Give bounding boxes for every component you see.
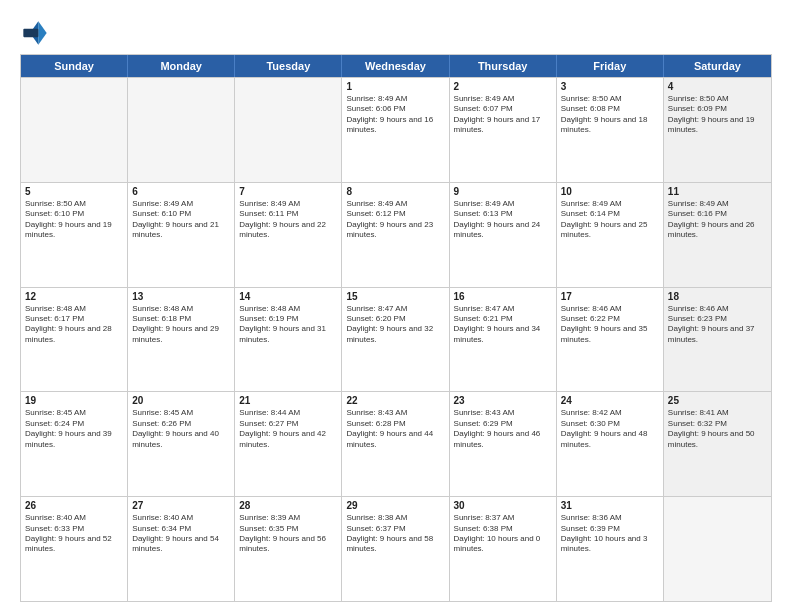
day-number: 22 (346, 395, 444, 406)
header (20, 18, 772, 48)
cell-info: Sunrise: 8:38 AM Sunset: 6:37 PM Dayligh… (346, 513, 444, 555)
cal-cell-day-16: 16Sunrise: 8:47 AM Sunset: 6:21 PM Dayli… (450, 288, 557, 392)
day-number: 14 (239, 291, 337, 302)
cell-info: Sunrise: 8:49 AM Sunset: 6:10 PM Dayligh… (132, 199, 230, 241)
cal-cell-day-1: 1Sunrise: 8:49 AM Sunset: 6:06 PM Daylig… (342, 78, 449, 182)
day-number: 27 (132, 500, 230, 511)
day-number: 29 (346, 500, 444, 511)
cell-info: Sunrise: 8:41 AM Sunset: 6:32 PM Dayligh… (668, 408, 767, 450)
day-number: 1 (346, 81, 444, 92)
day-number: 24 (561, 395, 659, 406)
cal-row-4: 26Sunrise: 8:40 AM Sunset: 6:33 PM Dayli… (21, 496, 771, 601)
logo (20, 18, 54, 48)
cal-cell-day-15: 15Sunrise: 8:47 AM Sunset: 6:20 PM Dayli… (342, 288, 449, 392)
day-number: 21 (239, 395, 337, 406)
cal-cell-day-10: 10Sunrise: 8:49 AM Sunset: 6:14 PM Dayli… (557, 183, 664, 287)
day-number: 3 (561, 81, 659, 92)
cal-cell-day-17: 17Sunrise: 8:46 AM Sunset: 6:22 PM Dayli… (557, 288, 664, 392)
day-number: 23 (454, 395, 552, 406)
header-cell-tuesday: Tuesday (235, 55, 342, 77)
cell-info: Sunrise: 8:39 AM Sunset: 6:35 PM Dayligh… (239, 513, 337, 555)
cell-info: Sunrise: 8:43 AM Sunset: 6:29 PM Dayligh… (454, 408, 552, 450)
cal-cell-day-25: 25Sunrise: 8:41 AM Sunset: 6:32 PM Dayli… (664, 392, 771, 496)
day-number: 11 (668, 186, 767, 197)
cal-cell-empty (664, 497, 771, 601)
day-number: 7 (239, 186, 337, 197)
day-number: 30 (454, 500, 552, 511)
cell-info: Sunrise: 8:40 AM Sunset: 6:33 PM Dayligh… (25, 513, 123, 555)
cell-info: Sunrise: 8:48 AM Sunset: 6:17 PM Dayligh… (25, 304, 123, 346)
cell-info: Sunrise: 8:46 AM Sunset: 6:22 PM Dayligh… (561, 304, 659, 346)
cell-info: Sunrise: 8:49 AM Sunset: 6:13 PM Dayligh… (454, 199, 552, 241)
cell-info: Sunrise: 8:50 AM Sunset: 6:10 PM Dayligh… (25, 199, 123, 241)
cal-cell-day-21: 21Sunrise: 8:44 AM Sunset: 6:27 PM Dayli… (235, 392, 342, 496)
day-number: 19 (25, 395, 123, 406)
day-number: 16 (454, 291, 552, 302)
svg-marker-0 (38, 21, 46, 44)
cal-cell-day-31: 31Sunrise: 8:36 AM Sunset: 6:39 PM Dayli… (557, 497, 664, 601)
cal-cell-day-3: 3Sunrise: 8:50 AM Sunset: 6:08 PM Daylig… (557, 78, 664, 182)
calendar-header: SundayMondayTuesdayWednesdayThursdayFrid… (21, 55, 771, 77)
svg-rect-2 (23, 29, 38, 37)
day-number: 25 (668, 395, 767, 406)
cal-cell-day-11: 11Sunrise: 8:49 AM Sunset: 6:16 PM Dayli… (664, 183, 771, 287)
day-number: 5 (25, 186, 123, 197)
cal-cell-day-30: 30Sunrise: 8:37 AM Sunset: 6:38 PM Dayli… (450, 497, 557, 601)
cell-info: Sunrise: 8:47 AM Sunset: 6:20 PM Dayligh… (346, 304, 444, 346)
day-number: 20 (132, 395, 230, 406)
cell-info: Sunrise: 8:49 AM Sunset: 6:12 PM Dayligh… (346, 199, 444, 241)
cell-info: Sunrise: 8:37 AM Sunset: 6:38 PM Dayligh… (454, 513, 552, 555)
cal-cell-day-14: 14Sunrise: 8:48 AM Sunset: 6:19 PM Dayli… (235, 288, 342, 392)
cell-info: Sunrise: 8:50 AM Sunset: 6:08 PM Dayligh… (561, 94, 659, 136)
cal-cell-day-18: 18Sunrise: 8:46 AM Sunset: 6:23 PM Dayli… (664, 288, 771, 392)
header-cell-wednesday: Wednesday (342, 55, 449, 77)
cell-info: Sunrise: 8:45 AM Sunset: 6:26 PM Dayligh… (132, 408, 230, 450)
header-cell-thursday: Thursday (450, 55, 557, 77)
cell-info: Sunrise: 8:49 AM Sunset: 6:06 PM Dayligh… (346, 94, 444, 136)
cal-cell-empty (235, 78, 342, 182)
cell-info: Sunrise: 8:49 AM Sunset: 6:07 PM Dayligh… (454, 94, 552, 136)
cal-cell-day-28: 28Sunrise: 8:39 AM Sunset: 6:35 PM Dayli… (235, 497, 342, 601)
header-cell-friday: Friday (557, 55, 664, 77)
calendar-body: 1Sunrise: 8:49 AM Sunset: 6:06 PM Daylig… (21, 77, 771, 601)
cal-cell-day-2: 2Sunrise: 8:49 AM Sunset: 6:07 PM Daylig… (450, 78, 557, 182)
cell-info: Sunrise: 8:44 AM Sunset: 6:27 PM Dayligh… (239, 408, 337, 450)
cell-info: Sunrise: 8:40 AM Sunset: 6:34 PM Dayligh… (132, 513, 230, 555)
header-cell-saturday: Saturday (664, 55, 771, 77)
cal-row-3: 19Sunrise: 8:45 AM Sunset: 6:24 PM Dayli… (21, 391, 771, 496)
header-cell-sunday: Sunday (21, 55, 128, 77)
day-number: 28 (239, 500, 337, 511)
cal-cell-day-8: 8Sunrise: 8:49 AM Sunset: 6:12 PM Daylig… (342, 183, 449, 287)
cell-info: Sunrise: 8:47 AM Sunset: 6:21 PM Dayligh… (454, 304, 552, 346)
cal-cell-day-9: 9Sunrise: 8:49 AM Sunset: 6:13 PM Daylig… (450, 183, 557, 287)
day-number: 17 (561, 291, 659, 302)
logo-icon (20, 18, 50, 48)
cal-cell-day-4: 4Sunrise: 8:50 AM Sunset: 6:09 PM Daylig… (664, 78, 771, 182)
cell-info: Sunrise: 8:45 AM Sunset: 6:24 PM Dayligh… (25, 408, 123, 450)
day-number: 2 (454, 81, 552, 92)
cal-cell-day-26: 26Sunrise: 8:40 AM Sunset: 6:33 PM Dayli… (21, 497, 128, 601)
page: SundayMondayTuesdayWednesdayThursdayFrid… (0, 0, 792, 612)
cell-info: Sunrise: 8:49 AM Sunset: 6:14 PM Dayligh… (561, 199, 659, 241)
cal-cell-day-5: 5Sunrise: 8:50 AM Sunset: 6:10 PM Daylig… (21, 183, 128, 287)
cell-info: Sunrise: 8:42 AM Sunset: 6:30 PM Dayligh… (561, 408, 659, 450)
cell-info: Sunrise: 8:36 AM Sunset: 6:39 PM Dayligh… (561, 513, 659, 555)
day-number: 10 (561, 186, 659, 197)
cal-cell-day-27: 27Sunrise: 8:40 AM Sunset: 6:34 PM Dayli… (128, 497, 235, 601)
cal-row-2: 12Sunrise: 8:48 AM Sunset: 6:17 PM Dayli… (21, 287, 771, 392)
day-number: 15 (346, 291, 444, 302)
cal-cell-day-23: 23Sunrise: 8:43 AM Sunset: 6:29 PM Dayli… (450, 392, 557, 496)
cell-info: Sunrise: 8:49 AM Sunset: 6:11 PM Dayligh… (239, 199, 337, 241)
day-number: 13 (132, 291, 230, 302)
cell-info: Sunrise: 8:48 AM Sunset: 6:19 PM Dayligh… (239, 304, 337, 346)
cal-cell-day-12: 12Sunrise: 8:48 AM Sunset: 6:17 PM Dayli… (21, 288, 128, 392)
cal-cell-empty (128, 78, 235, 182)
cal-cell-day-13: 13Sunrise: 8:48 AM Sunset: 6:18 PM Dayli… (128, 288, 235, 392)
day-number: 12 (25, 291, 123, 302)
cal-cell-empty (21, 78, 128, 182)
cell-info: Sunrise: 8:50 AM Sunset: 6:09 PM Dayligh… (668, 94, 767, 136)
header-cell-monday: Monday (128, 55, 235, 77)
day-number: 6 (132, 186, 230, 197)
cell-info: Sunrise: 8:48 AM Sunset: 6:18 PM Dayligh… (132, 304, 230, 346)
cell-info: Sunrise: 8:49 AM Sunset: 6:16 PM Dayligh… (668, 199, 767, 241)
